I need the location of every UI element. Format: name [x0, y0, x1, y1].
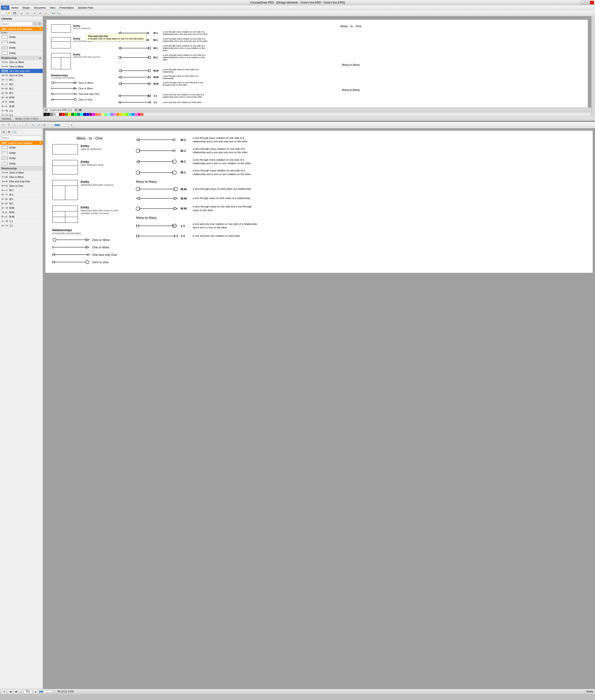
- sidebar-item-one-more[interactable]: One or More: [0, 64, 43, 69]
- color-swatch[interactable]: [68, 113, 71, 116]
- minimize-button[interactable]: _: [580, 1, 585, 4]
- sidebar-item-zero-more[interactable]: Zero or More: [0, 60, 43, 64]
- color-swatch[interactable]: [129, 113, 131, 116]
- prev-page-button[interactable]: ◀: [8, 689, 13, 694]
- sidebar-item-mm1-b[interactable]: M:M: [0, 206, 43, 210]
- color-swatch[interactable]: [86, 113, 89, 116]
- sidebar-item-entity4[interactable]: Entity: [0, 51, 43, 56]
- color-swatch[interactable]: [80, 113, 83, 116]
- color-swatch[interactable]: [53, 113, 56, 116]
- tb2-zoom-in[interactable]: 🔍: [30, 123, 35, 128]
- tb2-rect[interactable]: □: [12, 123, 17, 128]
- tb-new[interactable]: 📄: [1, 11, 6, 16]
- color-swatch[interactable]: [122, 113, 125, 116]
- sidebar-item-m1-3[interactable]: M:1: [0, 86, 43, 91]
- tb2-zoom-plus[interactable]: +: [69, 123, 74, 128]
- next-page-button[interactable]: ▶: [14, 689, 19, 694]
- menu-presentation[interactable]: Presentation: [57, 6, 76, 10]
- color-swatch[interactable]: [56, 113, 59, 116]
- color-swatch[interactable]: [104, 113, 107, 116]
- sidebar-item-zero-more-b[interactable]: Zero or More: [0, 170, 43, 175]
- tb-undo[interactable]: ↩: [19, 11, 24, 16]
- sidebar-item-m1-2-b[interactable]: M:1: [0, 193, 43, 197]
- page-nav-expand-top[interactable]: ◀▶: [79, 108, 82, 112]
- tb-copy[interactable]: ⎘: [38, 11, 43, 16]
- sidebar-item-one-more-b[interactable]: One or More: [0, 175, 43, 179]
- tb2-text[interactable]: T: [6, 123, 11, 128]
- zoom-input-bottom[interactable]: [24, 690, 32, 694]
- sidebar-item-m1-2[interactable]: M:1: [0, 82, 43, 86]
- color-swatch[interactable]: [138, 113, 140, 116]
- sidebar-item-one-only[interactable]: One and only One: [0, 69, 43, 73]
- sidebar-item-11-1-b[interactable]: 1:1: [0, 219, 43, 223]
- color-swatch[interactable]: [83, 113, 86, 116]
- section-close-bottom[interactable]: ✕: [39, 141, 41, 144]
- tb2-line[interactable]: ╱: [23, 123, 28, 128]
- sidebar-item-mm1[interactable]: M:M: [0, 96, 43, 100]
- menu-view[interactable]: View: [48, 6, 57, 10]
- color-swatch[interactable]: [132, 113, 134, 116]
- sidebar-item-mm2[interactable]: M:M: [0, 100, 43, 104]
- menu-file[interactable]: File: [1, 6, 9, 10]
- menu-shape[interactable]: Shape: [20, 6, 32, 10]
- page-nav-prev-top[interactable]: ◀: [44, 108, 47, 112]
- sidebar-item-one-only-b[interactable]: One and only One: [0, 179, 43, 184]
- color-swatch[interactable]: [62, 113, 65, 116]
- tb2-fit[interactable]: ⊡: [41, 123, 47, 128]
- menu-home[interactable]: Home: [9, 6, 20, 10]
- tb-sidebar-search-icon[interactable]: 🔍: [12, 129, 17, 134]
- section-close-top[interactable]: ✕: [39, 27, 41, 30]
- search-button-top[interactable]: 🔍: [33, 22, 37, 26]
- sidebar-item-11-1[interactable]: 1:1: [0, 109, 43, 113]
- sidebar-item-entity1[interactable]: Entity: [0, 34, 43, 40]
- color-swatch[interactable]: [141, 113, 143, 116]
- sidebar-item-entity3[interactable]: Entity: [0, 45, 43, 51]
- color-swatch[interactable]: [98, 113, 101, 116]
- zoom-slider-top[interactable]: [54, 124, 68, 126]
- color-swatch[interactable]: [125, 113, 128, 116]
- color-swatch[interactable]: [110, 113, 113, 116]
- menu-document[interactable]: Document: [32, 6, 48, 10]
- sidebar-item-m1-4-b[interactable]: M:1: [0, 201, 43, 206]
- tb-paste[interactable]: 📋: [43, 11, 48, 16]
- sidebar-item-entity2-b[interactable]: Entity: [0, 150, 43, 156]
- sidebar-item-zero-one[interactable]: Zero or One: [0, 73, 43, 78]
- sidebar-item-m1-3-b[interactable]: M:1: [0, 197, 43, 201]
- tb-open[interactable]: 📂: [6, 11, 11, 16]
- color-swatch[interactable]: [47, 113, 50, 116]
- sidebar-item-mm2-b[interactable]: M:M: [0, 210, 43, 215]
- color-swatch[interactable]: [95, 113, 98, 116]
- sidebar-item-m1-1[interactable]: M:1: [0, 78, 43, 82]
- sidebar-item-entity1-b[interactable]: Entity: [0, 145, 43, 150]
- tb-sidebar-view[interactable]: ☰: [1, 129, 6, 134]
- zoom-slider-bottom[interactable]: [39, 691, 53, 693]
- sidebar-item-zero-one-b[interactable]: Zero or One: [0, 184, 43, 188]
- page-tab-1-top[interactable]: Crow's foot ERD (1/1): [48, 108, 74, 112]
- tb-zoom-out[interactable]: 🔍-: [56, 11, 61, 16]
- sidebar-item-11-2[interactable]: 1:1: [0, 113, 43, 116]
- color-swatch[interactable]: [65, 113, 68, 116]
- sidebar-item-m1-4[interactable]: M:1: [0, 91, 43, 96]
- color-swatch[interactable]: [89, 113, 92, 116]
- tb-cut[interactable]: ✂: [32, 11, 37, 16]
- sidebar-item-m1-1-b[interactable]: M:1: [0, 188, 43, 193]
- right-scrollbar-top[interactable]: [591, 16, 595, 116]
- second-canvas[interactable]: Many - to - One Entity (with no attribut…: [43, 128, 595, 689]
- color-swatch[interactable]: [101, 113, 104, 116]
- sidebar-item-mm3[interactable]: M:M: [0, 104, 43, 109]
- color-swatch[interactable]: [59, 113, 62, 116]
- color-swatch[interactable]: [74, 113, 77, 116]
- play-pause-button[interactable]: ⏸: [2, 689, 7, 694]
- color-swatch[interactable]: [50, 113, 53, 116]
- view-button-top[interactable]: ☰: [38, 22, 42, 26]
- page-nav-next-top[interactable]: ▶: [75, 108, 78, 112]
- color-swatch[interactable]: [107, 113, 110, 116]
- tb-zoom-in[interactable]: 🔍+: [51, 11, 56, 16]
- tb-redo[interactable]: ↪: [25, 11, 30, 16]
- color-swatch[interactable]: [135, 113, 137, 116]
- color-swatch[interactable]: [116, 113, 119, 116]
- sidebar-item-entity3-b[interactable]: Entity: [0, 156, 43, 161]
- menu-solution-park[interactable]: Solution Park: [76, 6, 95, 10]
- tb2-select[interactable]: ↖: [1, 123, 6, 128]
- tb2-zoom-out[interactable]: 🔎: [36, 123, 41, 128]
